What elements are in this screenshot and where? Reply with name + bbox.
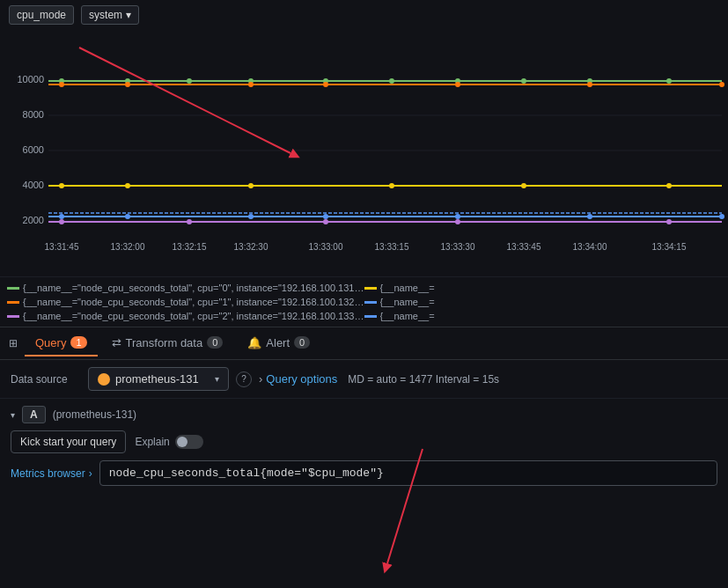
svg-point-23: [187, 78, 192, 84]
svg-point-34: [323, 82, 328, 87]
legend-color-blue: [364, 301, 377, 304]
db-icon: ⊞: [9, 337, 18, 349]
explain-toggle[interactable]: [175, 435, 203, 449]
svg-text:4000: 4000: [23, 180, 44, 190]
svg-text:6000: 6000: [23, 144, 44, 155]
svg-point-47: [323, 214, 328, 219]
svg-point-55: [666, 219, 672, 224]
svg-text:13:33:45: 13:33:45: [507, 242, 541, 252]
top-bar: cpu_mode system ▾: [0, 0, 728, 30]
svg-point-32: [125, 82, 130, 87]
legend-text-1: {__name__="node_cpu_seconds_total", cpu=…: [23, 283, 364, 293]
svg-point-35: [455, 82, 460, 87]
datasource-row: Data source prometheus-131 ▾ ? › Query o…: [0, 360, 728, 399]
svg-point-26: [389, 78, 394, 84]
svg-point-37: [719, 82, 724, 87]
legend-color-green: [7, 287, 19, 290]
datasource-label: Data source: [11, 373, 81, 386]
svg-point-51: [59, 219, 64, 224]
svg-point-46: [248, 214, 254, 219]
svg-text:13:32:00: 13:32:00: [111, 242, 145, 252]
svg-point-43: [666, 183, 672, 188]
info-icon[interactable]: ?: [236, 371, 252, 387]
legend-color-orange: [7, 301, 19, 304]
tag-system-label: system: [89, 9, 122, 21]
legend-row-1: {__name__="node_cpu_seconds_total", cpu=…: [7, 281, 364, 295]
svg-point-36: [587, 82, 592, 87]
svg-text:13:33:30: 13:33:30: [441, 242, 475, 252]
svg-point-42: [521, 183, 526, 188]
legend-row-2r: {__name__=: [364, 295, 722, 309]
collapse-arrow[interactable]: ▾: [11, 410, 15, 420]
legend-row-2: {__name__="node_cpu_seconds_total", cpu=…: [7, 295, 364, 309]
legend-area: {__name__="node_cpu_seconds_total", cpu=…: [0, 276, 728, 327]
datasource-chevron: ▾: [215, 374, 219, 384]
legend-grid: {__name__="node_cpu_seconds_total", cpu=…: [7, 281, 721, 323]
svg-point-45: [125, 214, 130, 219]
query-letter: A: [22, 406, 46, 423]
query-input[interactable]: node_cpu_seconds_total{mode="$cpu_mode"}: [99, 460, 717, 486]
kick-start-button[interactable]: Kick start your query: [11, 430, 126, 453]
explain-label: Explain: [135, 436, 169, 448]
metrics-browser-link[interactable]: Metrics browser ›: [11, 467, 92, 480]
toggle-knob: [177, 437, 188, 447]
svg-text:13:33:15: 13:33:15: [375, 242, 409, 252]
tab-alert-count: 0: [294, 336, 310, 349]
datasource-select[interactable]: prometheus-131 ▾: [88, 367, 229, 391]
legend-row-3r: {__name__=: [364, 309, 722, 323]
svg-point-50: [719, 214, 724, 219]
query-options-chevron: ›: [259, 372, 262, 386]
tab-transform[interactable]: ⇄ Transform data 0: [101, 331, 234, 356]
tab-query-label: Query: [35, 336, 66, 349]
query-a-header: ▾ A (prometheus-131): [11, 406, 717, 423]
svg-rect-0: [0, 30, 728, 276]
query-ds-hint: (prometheus-131): [53, 408, 136, 421]
svg-point-53: [323, 219, 328, 224]
tag-system-dropdown[interactable]: system ▾: [81, 5, 139, 25]
svg-point-33: [248, 82, 254, 87]
svg-point-38: [59, 183, 64, 188]
svg-text:13:31:45: 13:31:45: [45, 242, 79, 252]
tab-alert-label: Alert: [266, 336, 290, 349]
legend-color-yellow: [364, 287, 377, 290]
tag-cpu-mode[interactable]: cpu_mode: [9, 5, 74, 25]
svg-text:2000: 2000: [23, 215, 44, 225]
kick-start-row: Kick start your query Explain: [11, 430, 717, 453]
tab-query[interactable]: Query 1: [25, 331, 98, 356]
tag-system-chevron: ▾: [126, 9, 131, 21]
legend-color-purple: [7, 315, 19, 318]
metrics-browser-label: Metrics browser: [11, 467, 85, 480]
tab-alert[interactable]: 🔔 Alert 0: [237, 331, 320, 356]
svg-text:13:33:00: 13:33:00: [309, 242, 343, 252]
svg-text:13:34:00: 13:34:00: [573, 242, 607, 252]
transform-icon: ⇄: [112, 336, 121, 349]
query-tabs: ⊞ Query 1 ⇄ Transform data 0 🔔 Alert 0: [0, 327, 728, 360]
svg-text:13:34:15: 13:34:15: [652, 242, 687, 252]
svg-point-54: [455, 219, 460, 224]
legend-color-blue2: [364, 315, 377, 318]
datasource-name: prometheus-131: [115, 372, 210, 386]
legend-text-2r: {__name__=: [380, 297, 722, 307]
svg-text:13:32:15: 13:32:15: [173, 242, 207, 252]
query-options-link[interactable]: › Query options: [259, 372, 337, 386]
legend-text-3r: {__name__=: [380, 311, 722, 321]
legend-text-1r: {__name__=: [380, 283, 722, 293]
chart-area: Panel Title 10000 8000 6000 4000 2000 13…: [0, 30, 728, 276]
query-options-label: Query options: [266, 372, 337, 386]
tab-query-count: 1: [70, 336, 86, 349]
query-options-meta: MD = auto = 1477 Interval = 15s: [348, 373, 499, 386]
svg-text:8000: 8000: [23, 109, 44, 120]
metrics-browser-row: Metrics browser › node_cpu_seconds_total…: [11, 460, 717, 486]
svg-point-30: [666, 78, 672, 84]
metrics-browser-chevron: ›: [89, 467, 92, 480]
svg-point-48: [455, 214, 460, 219]
svg-point-40: [248, 183, 254, 188]
svg-point-52: [187, 219, 192, 224]
tab-transform-label: Transform data: [126, 336, 203, 349]
svg-point-39: [125, 183, 130, 188]
explain-row: Explain: [135, 435, 202, 449]
prometheus-icon: [98, 373, 110, 386]
svg-point-44: [59, 214, 64, 219]
tab-transform-count: 0: [207, 336, 223, 349]
legend-text-2: {__name__="node_cpu_seconds_total", cpu=…: [23, 297, 364, 307]
